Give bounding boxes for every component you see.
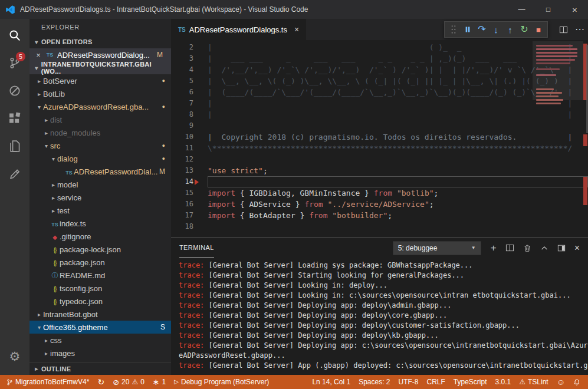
status-sync[interactable]: ↻: [93, 375, 109, 389]
tree-folder-src[interactable]: ▾src●: [29, 139, 171, 152]
debug-pause-button[interactable]: [461, 22, 475, 37]
chevron-down-icon[interactable]: ▾: [42, 143, 50, 149]
tree-folder-dialog[interactable]: ▾dialog●: [29, 152, 171, 165]
status-indentation[interactable]: Spaces: 2: [354, 375, 394, 389]
tree-folder-test[interactable]: ▸test: [29, 204, 171, 217]
tab-adresetpassworddialogs[interactable]: TS ADResetPasswordDialogs.ts ×: [171, 19, 306, 40]
minimap-line: [536, 74, 556, 76]
tree-folder-botlib[interactable]: ▸BotLib: [29, 87, 171, 100]
tree-file-index-ts[interactable]: TSindex.ts: [29, 217, 171, 230]
kill-terminal-button[interactable]: [523, 244, 531, 252]
chevron-right-icon[interactable]: ▸: [35, 78, 43, 84]
move-panel-button[interactable]: [557, 244, 566, 252]
status-notifications[interactable]: [569, 375, 584, 389]
tree-file-adresetpassworddial[interactable]: TSADResetPasswordDial...M: [29, 165, 171, 178]
activity-extensions[interactable]: [0, 104, 29, 132]
chevron-down-icon[interactable]: ▾: [35, 104, 43, 110]
close-window-button[interactable]: ×: [561, 0, 588, 19]
tree-folder-azureadpasswordreset-gba[interactable]: ▾AzureADPasswordReset.gba...●: [29, 100, 171, 113]
chevron-down-icon[interactable]: ▾: [50, 156, 57, 162]
close-tab-icon[interactable]: ×: [294, 25, 299, 34]
tree-folder-botserver[interactable]: ▸BotServer●: [29, 74, 171, 87]
status-feedback[interactable]: ☺: [553, 375, 569, 389]
tree-file-package-json[interactable]: {}package.json: [29, 256, 171, 269]
chevron-right-icon[interactable]: ▸: [42, 117, 50, 123]
minimize-button[interactable]: —: [508, 0, 535, 19]
tree-file-package-lock-json[interactable]: {}package-lock.json: [29, 243, 171, 256]
trace-tag: trace:: [179, 341, 204, 350]
editor[interactable]: 2| ( )_ _ |3| ___ ___ _ ___ ___ _ _ _ _ …: [171, 40, 588, 237]
tree-folder-intranetbot-gbot[interactable]: ▸IntranetBot.gbot: [29, 308, 171, 321]
activity-debug[interactable]: [0, 77, 29, 104]
open-editors-header[interactable]: ▾ OPEN EDITORS: [29, 35, 171, 48]
status-language-mode[interactable]: TypeScript: [449, 375, 491, 389]
chevron-right-icon[interactable]: ▸: [50, 207, 57, 214]
activity-explorer[interactable]: [0, 132, 29, 160]
chevron-right-icon[interactable]: ▸: [50, 194, 57, 201]
tree-folder-css[interactable]: ▸css: [29, 334, 171, 347]
activity-source-control[interactable]: 5: [0, 49, 29, 77]
status-running-tasks[interactable]: ∗1: [149, 375, 170, 389]
activity-settings[interactable]: ⚙: [0, 342, 29, 370]
git-modified-dot: ●: [162, 143, 165, 149]
gutter: [193, 143, 208, 154]
tree-item-label: typedoc.json: [60, 297, 103, 306]
split-terminal-button[interactable]: [505, 243, 514, 252]
tree-file-tsconfig-json[interactable]: {}tsconfig.json: [29, 282, 171, 295]
new-terminal-button[interactable]: +: [491, 243, 497, 253]
tree-folder-images[interactable]: ▸images: [29, 347, 171, 360]
tree-item-label: model: [57, 180, 78, 189]
tree-folder-model[interactable]: ▸model: [29, 178, 171, 191]
tree-file-typedoc-json[interactable]: {}typedoc.json: [29, 295, 171, 308]
debug-restart-button[interactable]: ↻: [517, 22, 531, 37]
debug-step-out-button[interactable]: ↑: [503, 22, 517, 37]
chevron-right-icon[interactable]: ▸: [42, 130, 50, 136]
activity-edit[interactable]: [0, 160, 29, 187]
editor-content[interactable]: 2| ( )_ _ |3| ___ ___ _ ___ ___ _ _ _ _ …: [171, 40, 588, 232]
code-text: \***************************************…: [208, 143, 588, 154]
tree-folder-dist[interactable]: ▸dist: [29, 113, 171, 126]
close-panel-button[interactable]: ×: [574, 243, 580, 253]
maximize-panel-button[interactable]: [540, 244, 548, 252]
workspace-header[interactable]: ▾ INTRANETBOTQUICKSTART.GBAI (WO...: [29, 61, 171, 74]
tree-folder-service[interactable]: ▸service: [29, 191, 171, 204]
debug-stop-button[interactable]: ■: [531, 22, 546, 37]
split-editor-button[interactable]: [559, 25, 568, 34]
chevron-down-icon[interactable]: ▾: [35, 324, 43, 331]
chevron-right-icon[interactable]: ▸: [42, 337, 50, 344]
debug-drag-handle-button[interactable]: [446, 22, 461, 37]
open-editor-item[interactable]: × TS ADResetPasswordDialog... M: [29, 48, 171, 61]
debug-step-over-button[interactable]: ↷: [475, 22, 489, 37]
tree-folder-node-modules[interactable]: ▸node_modules: [29, 126, 171, 139]
minimap[interactable]: [535, 41, 581, 189]
gutter: [193, 109, 208, 120]
chevron-right-icon[interactable]: ▸: [35, 311, 43, 318]
tree-folder-office365-gbtheme[interactable]: ▾Office365.gbthemeS: [29, 321, 171, 334]
trace-tag: trace:: [179, 321, 204, 329]
status-git-branch[interactable]: MigrationToBotFmwV4*: [2, 375, 93, 389]
line-number: 13: [171, 165, 193, 176]
close-panel-icon: ×: [574, 243, 580, 253]
status-debug-status[interactable]: ▷Debug Program (BotServer): [170, 375, 273, 389]
tree-file-gitignore[interactable]: ◆.gitignore: [29, 230, 171, 243]
status-tslint[interactable]: ⚠TSLint: [515, 375, 552, 389]
activity-search[interactable]: [0, 21, 29, 49]
terminal-output[interactable]: trace: [General Bot Server] Loading sys …: [171, 258, 588, 375]
tree-file-readme-md[interactable]: ⓘREADME.md: [29, 269, 171, 282]
chevron-right-icon[interactable]: ▸: [50, 182, 57, 188]
status-problems[interactable]: ⊘20⚠0: [109, 375, 149, 389]
debug-step-into-button[interactable]: ↓: [489, 22, 503, 37]
tab-terminal[interactable]: TERMINAL: [179, 238, 214, 258]
maximize-button[interactable]: □: [535, 0, 561, 19]
terminal-selector[interactable]: 5: debuggee ▼: [393, 241, 481, 255]
status-eol[interactable]: CRLF: [423, 375, 449, 389]
chevron-right-icon[interactable]: ▸: [35, 91, 43, 97]
outline-header[interactable]: ▸ OUTLINE: [29, 362, 171, 375]
chevron-right-icon[interactable]: ▸: [42, 350, 50, 357]
more-actions-button[interactable]: ⋯: [575, 25, 584, 34]
status-ts-version[interactable]: 3.0.1: [491, 375, 515, 389]
activity-bar: 5⚙: [0, 19, 29, 375]
status-cursor-position[interactable]: Ln 14, Col 1: [308, 375, 354, 389]
close-editor-icon[interactable]: ×: [34, 51, 42, 60]
status-encoding[interactable]: UTF-8: [395, 375, 423, 389]
